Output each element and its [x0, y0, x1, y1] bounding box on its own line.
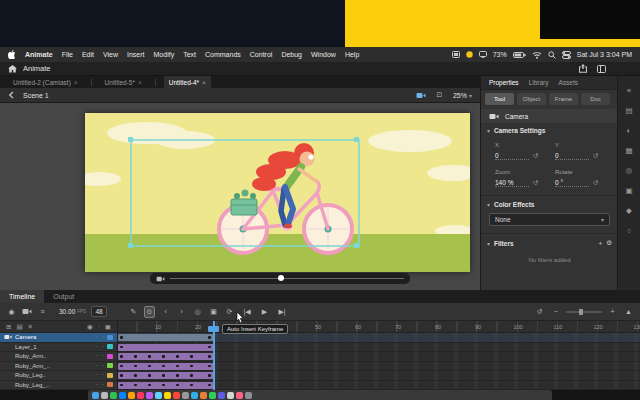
dock-app-icon[interactable] [164, 392, 171, 399]
dock-app-icon[interactable] [227, 392, 234, 399]
frame-track[interactable] [118, 343, 640, 353]
stage-canvas[interactable] [85, 113, 470, 272]
layer-row[interactable]: Ruby_Leg_.. · · [0, 381, 117, 391]
layer-color-swatch[interactable] [107, 354, 113, 359]
center-stage-icon[interactable]: ⊡ [434, 90, 445, 100]
doc-tab[interactable]: Untitled-2 (Camiast)× [8, 76, 83, 88]
menu-item-help[interactable]: Help [345, 51, 359, 58]
menu-item-edit[interactable]: Edit [82, 51, 94, 58]
menu-item-commands[interactable]: Commands [205, 51, 241, 58]
camera-zoom-track[interactable] [170, 278, 404, 280]
dock-app-icon[interactable] [182, 392, 189, 399]
layer-visible-dot[interactable]: · [96, 363, 98, 369]
layer-lock-dot[interactable]: · [102, 363, 104, 369]
menu-item-modify[interactable]: Modify [154, 51, 175, 58]
frame-span[interactable] [118, 363, 214, 370]
frame-track[interactable] [118, 362, 640, 372]
camera-rotate-value[interactable]: 0 ° [555, 179, 589, 187]
dock-app-icon[interactable] [110, 392, 117, 399]
frame-span[interactable] [118, 344, 214, 351]
back-arrow-icon[interactable] [8, 91, 15, 99]
frame-view-icon[interactable]: ▲ [623, 307, 634, 317]
eye-icon[interactable]: ◉ [6, 307, 17, 317]
fps-value[interactable]: 30.00 [59, 308, 75, 315]
camera-icon[interactable] [156, 276, 165, 282]
mode-tab-doc[interactable]: Doc [581, 93, 610, 105]
share-icon[interactable] [579, 64, 587, 73]
layer-visible-dot[interactable]: · [96, 334, 98, 340]
menu-icon[interactable]: ≡ [37, 307, 48, 317]
strip-icon[interactable]: ▤ [625, 106, 632, 115]
layer-visible-dot[interactable]: · [96, 344, 98, 350]
apple-icon[interactable] [8, 50, 16, 59]
frame-span[interactable] [118, 353, 214, 360]
dock-app-icon[interactable] [245, 392, 252, 399]
add-layer-icon[interactable]: ⊞ [6, 323, 11, 331]
layer-visible-dot[interactable]: · [96, 372, 98, 378]
frame-track[interactable] [118, 381, 640, 391]
wifi-icon[interactable] [532, 51, 542, 59]
mode-tab-frame[interactable]: Frame [549, 93, 578, 105]
dock-app-icon[interactable] [146, 392, 153, 399]
tray-display-icon[interactable] [479, 51, 487, 58]
frame-track[interactable] [118, 333, 640, 343]
menu-item-window[interactable]: Window [311, 51, 336, 58]
edit-multiple-frames-icon[interactable]: ▣ [208, 307, 219, 317]
frame-span[interactable] [118, 334, 214, 341]
dock-app-icon[interactable] [218, 392, 225, 399]
tab-library[interactable]: Library [529, 79, 549, 86]
show-hide-column-icon[interactable]: ◉ [87, 323, 93, 331]
layer-visible-dot[interactable]: · [96, 353, 98, 359]
dock-app-icon[interactable] [200, 392, 207, 399]
layer-lock-dot[interactable]: · [102, 372, 104, 378]
camera-y-value[interactable]: 0 [555, 152, 589, 160]
zoom-level[interactable]: 25% [453, 92, 467, 99]
layer-row[interactable]: Ruby_Arm.. · · [0, 352, 117, 362]
strip-icon[interactable]: ▦ [625, 146, 632, 155]
frames-grid[interactable] [118, 333, 640, 390]
mode-tab-tool[interactable]: Tool [485, 93, 514, 105]
layer-color-swatch[interactable] [107, 382, 113, 387]
reset-rotate-icon[interactable]: ↺ [593, 179, 598, 187]
layer-color-swatch[interactable] [107, 335, 113, 340]
menu-item-insert[interactable]: Insert [127, 51, 145, 58]
home-icon[interactable] [8, 65, 17, 73]
strip-icon[interactable]: ○ [627, 226, 632, 235]
filters-header[interactable]: ▾ Filters + ⚙ [487, 239, 612, 247]
color-effects-header[interactable]: ▾ Color Effects [487, 201, 534, 208]
dock-app-icon[interactable] [173, 392, 180, 399]
stage-pasteboard[interactable] [0, 103, 480, 290]
onion-skin-icon[interactable]: ◎ [192, 307, 203, 317]
loop-icon[interactable]: ⟳ [224, 307, 235, 317]
camera-control-bar[interactable] [150, 273, 410, 284]
gear-icon[interactable]: ⚙ [606, 239, 612, 247]
tray-color-icon[interactable] [466, 51, 473, 58]
dock-app-icon[interactable] [236, 392, 243, 399]
tab-output[interactable]: Output [44, 290, 83, 303]
layer-row[interactable]: Ruby_Leg.. · · [0, 371, 117, 381]
color-effects-dropdown[interactable]: None ▾ [489, 213, 610, 226]
add-filter-icon[interactable]: + [598, 240, 602, 247]
outline-column-icon[interactable]: ▣ [105, 323, 111, 331]
chevron-down-icon[interactable]: ▾ [469, 92, 472, 99]
chevron-left-icon[interactable]: ‹ [160, 307, 171, 317]
lock-column-icon[interactable]: · [98, 323, 100, 330]
dock-app-icon[interactable] [128, 392, 135, 399]
chevron-right-icon[interactable]: › [176, 307, 187, 317]
close-tab-icon[interactable]: × [202, 79, 206, 86]
reset-y-icon[interactable]: ↺ [593, 152, 598, 160]
auto-keyframe-icon[interactable]: ⊙ [144, 306, 155, 318]
dock-app-icon[interactable] [155, 392, 162, 399]
layer-row[interactable]: Layer_1 · · [0, 343, 117, 353]
tab-properties[interactable]: Properties [489, 79, 519, 86]
dock-app-icon[interactable] [191, 392, 198, 399]
frame-track[interactable] [118, 352, 640, 362]
doc-tab-active[interactable]: Untitled-4*× [164, 76, 211, 88]
dock-app-icon[interactable] [101, 392, 108, 399]
strip-icon[interactable]: ◎ [626, 166, 633, 175]
tray-app-icon[interactable] [452, 51, 460, 58]
layer-lock-dot[interactable]: · [102, 334, 104, 340]
zoom-in-icon[interactable]: + [607, 307, 618, 317]
slider-knob[interactable] [579, 309, 583, 315]
control-center-icon[interactable] [562, 51, 571, 59]
